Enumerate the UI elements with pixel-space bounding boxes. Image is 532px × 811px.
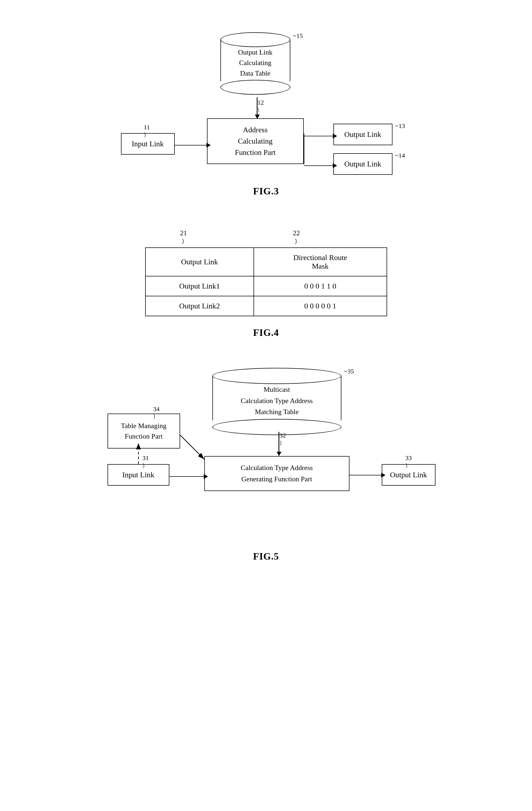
fig4-table: Output Link Directional RouteMask Output…	[145, 247, 387, 316]
output-link2-label: Output Link	[344, 158, 381, 170]
fig5-central-box: Calculation Type Address Generating Func…	[204, 456, 349, 491]
output-link1-label: Output Link	[344, 129, 381, 140]
fig5-output-link-label: Output Link	[390, 469, 427, 480]
input-link-label: Input Link	[132, 138, 164, 150]
output-link1-box: Output Link	[333, 124, 392, 145]
fig5-caption: FIG.5	[253, 551, 279, 562]
ref-34: 34⟯	[153, 406, 160, 420]
ref-33: 33⟯	[405, 455, 412, 469]
output-link2-box: Output Link	[333, 153, 392, 175]
database-cylinder: Output Link Calculating Data Table	[220, 32, 290, 95]
database-label: Output Link Calculating Data Table	[238, 47, 272, 78]
fig3-container: Output Link Calculating Data Table ~15 1…	[21, 27, 511, 197]
table-row: Output Link2 0 0 0 0 0 1	[145, 296, 387, 316]
fig5-central-box-label: Calculation Type Address Generating Func…	[241, 462, 313, 485]
ref-11: 11⟯	[144, 124, 150, 138]
ref-13: ~13	[395, 122, 405, 129]
col1-header: Output Link	[145, 248, 254, 276]
fig5-table-managing-label: Table Managing Function Part	[121, 420, 167, 442]
fig5-arrow-central-to-output	[349, 473, 386, 477]
fig3-caption: FIG.3	[253, 185, 279, 197]
row1-col2: 0 0 0 1 1 0	[254, 276, 387, 296]
ref-35: ~35	[344, 368, 354, 375]
central-box-label: Address Calculating Function Part	[235, 124, 276, 158]
arrow-central-to-out2	[304, 163, 337, 168]
svg-line-0	[180, 435, 204, 459]
row2-col1: Output Link2	[145, 296, 254, 316]
fig5-arrow-input-to-central	[169, 474, 208, 479]
arrow-central-to-out1	[304, 134, 337, 138]
table-row: Output Link1 0 0 0 1 1 0	[145, 276, 387, 296]
central-box: Address Calculating Function Part	[207, 118, 304, 164]
fig5-input-link-box: Input Link	[108, 464, 169, 486]
ref-22: 22⟯	[293, 229, 300, 245]
fig5-table-managing-box: Table Managing Function Part	[108, 414, 180, 448]
fig5-database-cylinder: Multicast Calculation Type Address Match…	[213, 368, 341, 435]
ref-31: 31⟯	[142, 455, 149, 469]
arrow-fork-vertical	[304, 134, 304, 164]
fig5-database-label: Multicast Calculation Type Address Match…	[241, 384, 313, 418]
fig4-caption: FIG.4	[253, 327, 279, 338]
fig5-container: Multicast Calculation Type Address Match…	[21, 360, 511, 562]
ref-32: 32⟯	[280, 432, 286, 447]
arrow-input-to-central	[175, 143, 211, 148]
ref-15: ~15	[293, 32, 303, 40]
row2-col2: 0 0 0 0 0 1	[254, 296, 387, 316]
fig5-diagram: Multicast Calculation Type Address Match…	[91, 360, 441, 542]
ref-14: ~14	[395, 152, 405, 159]
fig5-input-link-label: Input Link	[122, 469, 154, 480]
fig4-diagram: 21⟯ 22⟯ Output Link Directional RouteMas…	[145, 229, 387, 316]
row1-col1: Output Link1	[145, 276, 254, 296]
col2-header: Directional RouteMask	[254, 248, 387, 276]
fig4-container: 21⟯ 22⟯ Output Link Directional RouteMas…	[21, 218, 511, 338]
ref-21: 21⟯	[180, 229, 187, 245]
ref-12: 12⟯	[257, 99, 264, 113]
page: Output Link Calculating Data Table ~15 1…	[0, 0, 532, 811]
fig3-diagram: Output Link Calculating Data Table ~15 1…	[105, 27, 427, 178]
